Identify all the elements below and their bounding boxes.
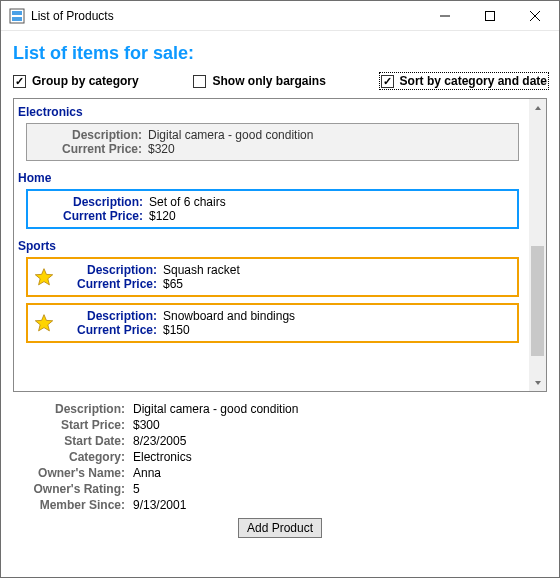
product-listbox[interactable]: Electronics Description: Digital camera …	[13, 98, 547, 392]
star-icon	[34, 313, 54, 333]
details-panel: Description: Digital camera - good condi…	[13, 402, 547, 512]
field-label-current-price: Current Price:	[34, 209, 149, 223]
field-label-current-price: Current Price:	[33, 142, 148, 156]
field-value-current-price: $320	[148, 142, 313, 156]
list-item[interactable]: Description: Squash racket Current Price…	[26, 257, 519, 297]
checkbox-icon	[193, 75, 206, 88]
svg-marker-8	[35, 315, 52, 331]
field-value-description: Digital camera - good condition	[148, 128, 313, 142]
show-only-bargains-checkbox[interactable]: Show only bargains	[193, 74, 325, 88]
app-window: List of Products List of items for sale:…	[0, 0, 560, 578]
scroll-thumb[interactable]	[531, 246, 544, 356]
detail-label-owners-rating: Owner's Rating:	[13, 482, 133, 496]
svg-marker-7	[35, 269, 52, 285]
field-label-current-price: Current Price:	[58, 323, 163, 337]
field-value-current-price: $120	[149, 209, 226, 223]
field-value-description: Set of 6 chairs	[149, 195, 226, 209]
detail-value-owners-rating: 5	[133, 482, 547, 496]
checkbox-label: Group by category	[32, 74, 139, 88]
field-value-description: Squash racket	[163, 263, 240, 277]
list-item[interactable]: Description: Set of 6 chairs Current Pri…	[26, 189, 519, 229]
title-bar: List of Products	[1, 1, 559, 31]
app-icon	[9, 8, 25, 24]
add-product-button[interactable]: Add Product	[238, 518, 322, 538]
close-button[interactable]	[512, 2, 557, 30]
group-header: Home	[16, 167, 525, 187]
svg-marker-10	[535, 381, 541, 385]
sort-by-category-and-date-checkbox[interactable]: ✓ Sort by category and date	[381, 74, 547, 88]
group-header: Sports	[16, 235, 525, 255]
vertical-scrollbar[interactable]	[529, 99, 546, 391]
list-viewport: Electronics Description: Digital camera …	[14, 99, 529, 391]
svg-rect-1	[12, 11, 22, 15]
checkbox-label: Sort by category and date	[400, 74, 547, 88]
svg-rect-4	[485, 11, 494, 20]
scroll-down-button[interactable]	[529, 374, 546, 391]
field-value-description: Snowboard and bindings	[163, 309, 295, 323]
field-label-current-price: Current Price:	[58, 277, 163, 291]
page-title: List of items for sale:	[13, 43, 547, 64]
list-item[interactable]: Description: Digital camera - good condi…	[26, 123, 519, 161]
group-by-category-checkbox[interactable]: ✓ Group by category	[13, 74, 139, 88]
svg-rect-2	[12, 17, 22, 21]
detail-value-description: Digital camera - good condition	[133, 402, 547, 416]
detail-value-start-price: $300	[133, 418, 547, 432]
checkbox-icon: ✓	[13, 75, 26, 88]
star-icon	[34, 267, 54, 287]
window-title: List of Products	[31, 9, 422, 23]
group-header: Electronics	[16, 101, 525, 121]
detail-label-owners-name: Owner's Name:	[13, 466, 133, 480]
detail-value-owners-name: Anna	[133, 466, 547, 480]
detail-value-category: Electronics	[133, 450, 547, 464]
list-item[interactable]: Description: Snowboard and bindings Curr…	[26, 303, 519, 343]
field-label-description: Description:	[34, 195, 149, 209]
field-label-description: Description:	[58, 309, 163, 323]
detail-value-start-date: 8/23/2005	[133, 434, 547, 448]
minimize-button[interactable]	[422, 2, 467, 30]
field-label-description: Description:	[33, 128, 148, 142]
scroll-up-button[interactable]	[529, 99, 546, 116]
field-value-current-price: $150	[163, 323, 295, 337]
maximize-button[interactable]	[467, 2, 512, 30]
detail-value-member-since: 9/13/2001	[133, 498, 547, 512]
checkbox-label: Show only bargains	[212, 74, 325, 88]
detail-label-description: Description:	[13, 402, 133, 416]
detail-label-category: Category:	[13, 450, 133, 464]
detail-label-start-price: Start Price:	[13, 418, 133, 432]
footer: Add Product	[13, 512, 547, 538]
window-controls	[422, 2, 557, 30]
checkbox-icon: ✓	[381, 75, 394, 88]
field-value-current-price: $65	[163, 277, 240, 291]
content-area: List of items for sale: ✓ Group by categ…	[1, 31, 559, 577]
options-row: ✓ Group by category Show only bargains ✓…	[13, 74, 547, 94]
scroll-track[interactable]	[529, 116, 546, 374]
detail-label-start-date: Start Date:	[13, 434, 133, 448]
detail-label-member-since: Member Since:	[13, 498, 133, 512]
svg-marker-9	[535, 106, 541, 110]
field-label-description: Description:	[58, 263, 163, 277]
